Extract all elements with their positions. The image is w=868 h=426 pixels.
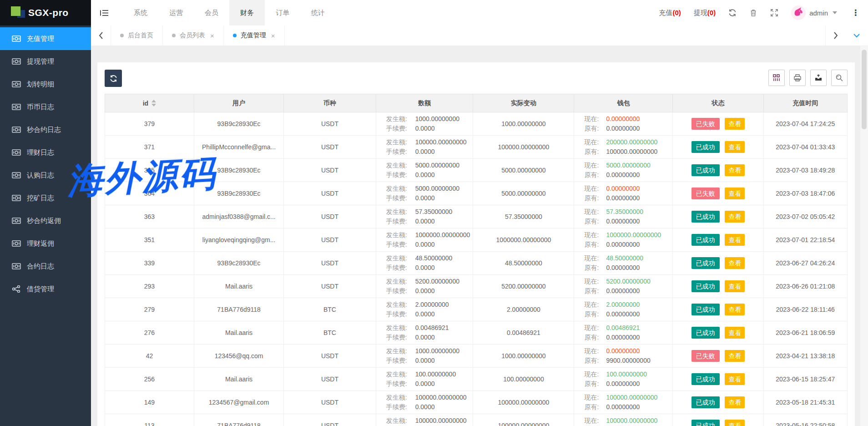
tabs-next-button[interactable] [825,25,845,46]
page-scrollbar[interactable] [860,46,868,426]
sidebar-item[interactable]: 借贷管理 [0,278,91,300]
cell-time: 2023-06-22 18:11:46 [763,298,847,321]
sidebar-item-label: 理财返佣 [27,239,54,248]
cell-coin: BTC [284,321,376,345]
sort-icon[interactable] [151,100,156,106]
fullscreen-icon[interactable] [770,9,778,17]
table-row: 363 adminjasf0388@gmail.c... USDT 发生额:57… [105,205,848,228]
sidebar-item[interactable]: 提现管理 [0,50,91,73]
status-badge: 已成功 [691,327,720,339]
sidebar-item[interactable]: 理财返佣 [0,232,91,255]
tabs-dropdown-button[interactable] [845,25,868,46]
status-badge: 已成功 [691,257,720,269]
cell-time: 2023-06-15 18:25:47 [763,368,847,391]
sidebar-item[interactable]: 认购日志 [0,164,91,187]
cell-id: 379 [105,112,194,136]
column-header[interactable]: 数额 [376,94,473,112]
sidebar-item[interactable]: 秒合约日志 [0,118,91,141]
cell-wallet: 现在:2.00000000 原有:0.00000000 [574,298,673,321]
tabs-prev-button[interactable] [91,25,111,46]
view-button[interactable]: 查看 [725,257,745,269]
column-header[interactable]: id [105,94,194,112]
sidebar-item[interactable]: 充值管理 [0,27,91,50]
cell-wallet: 现在:100000.00000000 原有:0.00000000 [574,391,673,414]
sidebar-item[interactable]: 划转明细 [0,73,91,96]
sidebar-item[interactable]: 币币日志 [0,96,91,118]
column-header[interactable]: 用户 [194,94,283,112]
cell-id: 339 [105,252,194,275]
filter-columns-button[interactable] [768,70,785,86]
cell-status: 已成功 查看 [673,205,763,228]
tab-close-icon[interactable]: × [210,32,214,40]
cell-wallet: 现在:0.00000000 原有:0.00000000 [574,182,673,205]
view-button[interactable]: 查看 [725,327,745,339]
cell-change: 1000000.00000000 [473,228,574,252]
export-button[interactable] [810,70,827,86]
tab-label: 后台首页 [128,31,153,40]
recharge-table: id 用户 币种 数额 实际变动 钱包 状态 充值时间 [105,94,848,426]
sidebar-item-label: 理财日志 [27,148,54,157]
tab[interactable]: 会员列表 × [163,25,224,46]
nav-item[interactable]: 系统 [123,0,158,25]
nav-item[interactable]: 会员 [194,0,229,25]
column-header[interactable]: 钱包 [574,94,673,112]
column-header[interactable]: 状态 [673,94,763,112]
view-button[interactable]: 查看 [725,350,745,362]
column-header[interactable]: 充值时间 [763,94,847,112]
more-options-icon[interactable]: ⋮ [850,8,862,18]
view-button[interactable]: 查看 [725,420,745,426]
nav-item[interactable]: 运营 [158,0,194,25]
sidebar: 充值管理 提现管理 划转明细 币币日志 秒合约日志 [0,25,91,426]
view-button[interactable]: 查看 [725,304,745,315]
tab-close-icon[interactable]: × [271,32,275,40]
sidebar-item-label: 认购日志 [27,171,54,180]
cell-id: 276 [105,321,194,345]
cell-change: 100000.00000000 [473,414,574,426]
tab-dot-icon [233,34,237,37]
view-button[interactable]: 查看 [725,280,745,292]
clear-cache-icon[interactable] [749,9,757,17]
column-header[interactable]: 实际变动 [473,94,574,112]
cell-user: Mail.aaris [194,368,283,391]
nav-item[interactable]: 统计 [300,0,336,25]
cell-amount: 发生额:5200.00000000 手续费:0.0000 [376,275,473,298]
view-button[interactable]: 查看 [725,141,745,153]
withdraw-count-link[interactable]: 提现(0) [694,9,716,17]
cell-id: 364 [105,182,194,205]
column-header[interactable]: 币种 [284,94,376,112]
cell-time: 2023-07-01 22:18:54 [763,228,847,252]
cell-change: 100.00000000 [473,368,574,391]
recharge-count: (0) [672,9,681,16]
table-refresh-button[interactable] [105,70,122,87]
view-button[interactable]: 查看 [725,234,745,246]
nav-item[interactable]: 订单 [265,0,300,25]
cell-status: 已成功 查看 [673,136,763,159]
sidebar-item[interactable]: 秒合约返佣 [0,209,91,232]
view-button[interactable]: 查看 [725,118,745,130]
view-button[interactable]: 查看 [725,164,745,176]
cell-coin: USDT [284,252,376,275]
sidebar-item[interactable]: 合约日志 [0,255,91,278]
scrollbar-thumb[interactable] [862,50,867,129]
status-badge: 已失败 [691,350,720,362]
sidebar-item[interactable]: 挖矿日志 [0,187,91,209]
view-button[interactable]: 查看 [725,211,745,223]
user-menu[interactable]: admin [791,5,837,20]
sidebar-item[interactable]: 理财日志 [0,141,91,164]
tab[interactable]: 后台首页 [111,25,163,46]
view-button[interactable]: 查看 [725,188,745,199]
collapse-menu-icon[interactable] [91,0,117,25]
refresh-icon[interactable] [728,9,737,17]
search-icon[interactable] [831,70,848,86]
cell-change: 48.50000000 [473,252,574,275]
print-button[interactable] [789,70,806,86]
view-button[interactable]: 查看 [725,373,745,385]
recharge-count-link[interactable]: 充值(0) [659,9,681,17]
tab[interactable]: 充值管理 × [224,25,285,46]
cell-status: 已成功 查看 [673,275,763,298]
cell-id: 351 [105,228,194,252]
nav-item[interactable]: 财务 [229,0,265,25]
cell-user: 71BA776d9118 [194,414,283,426]
cell-wallet: 现在:57.35000000 原有:0.00000000 [574,205,673,228]
view-button[interactable]: 查看 [725,396,745,408]
